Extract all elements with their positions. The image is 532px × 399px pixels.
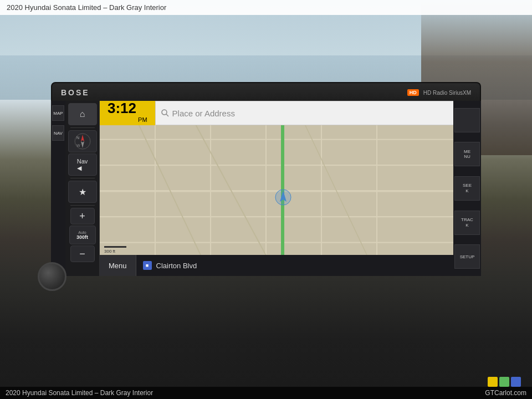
menu-right-button[interactable]: MENU (454, 142, 480, 166)
right-panel: MENU SEEK TRACK SETUP (453, 101, 481, 276)
bose-right-label: HD Radio SiriusXM (423, 90, 471, 96)
bose-logo: BOSE (61, 88, 90, 97)
page-title-bar: 2020 Hyundai Sonata Limited – Dark Gray … (0, 0, 532, 15)
nav-divider-2 (70, 178, 95, 178)
compass-button[interactable]: N W (68, 130, 97, 152)
nav-divider-1 (70, 127, 95, 128)
color-square-yellow (488, 377, 498, 387)
bose-bar: BOSE HD HD Radio SiriusXM (51, 82, 481, 102)
right-btn-1[interactable] (454, 108, 480, 132)
search-placeholder: Place or Address (172, 109, 235, 118)
svg-text:W: W (76, 144, 80, 147)
home-icon: ⌂ (80, 109, 85, 119)
search-icon (161, 109, 169, 117)
compass-icon: N W (74, 132, 91, 150)
home-nav-button[interactable]: ⌂ (68, 103, 97, 125)
star-icon: ★ (79, 187, 86, 197)
bottom-caption-bar: 2020 Hyundai Sonata Limited – Dark Gray … (0, 387, 532, 399)
nav-sound-icon: Nav◀ (77, 158, 88, 172)
street-icon: ■ (143, 261, 152, 270)
hd-badge: HD (407, 89, 419, 96)
street-name: Clairton Blvd (156, 262, 197, 270)
svg-line-21 (166, 114, 168, 116)
time-main: 3:12 (108, 101, 136, 115)
nav-sound-button[interactable]: Nav◀ (68, 154, 97, 176)
menu-button[interactable]: Menu (100, 255, 136, 276)
street-info: ■ Clairton Blvd (136, 261, 204, 270)
color-square-blue (511, 377, 521, 387)
scale-badge: Auto 300ft (69, 226, 96, 244)
zoom-out-button[interactable]: − (70, 245, 95, 262)
scale-auto-label: Auto (78, 231, 86, 234)
page-title: 2020 Hyundai Sonata Limited – Dark Gray … (7, 3, 166, 12)
scale-value: 300ft (76, 234, 88, 240)
color-squares (488, 377, 521, 387)
nav-divider-3 (70, 205, 95, 206)
left-outer-panel: MAP NAV (51, 101, 65, 276)
nav-button[interactable]: NAV (52, 125, 64, 141)
volume-knob-area (38, 262, 66, 291)
menu-label: Menu (109, 262, 127, 270)
zoom-in-button[interactable]: + (70, 208, 95, 224)
nav-sidebar: ⌂ N W Nav◀ ★ + Auto (65, 101, 100, 276)
bottom-caption-text: 2020 Hyundai Sonata Limited – Dark Gray … (6, 389, 153, 397)
seek-button[interactable]: SEEK (454, 176, 480, 201)
setup-button[interactable]: SETUP (454, 244, 480, 269)
volume-knob[interactable] (38, 262, 66, 291)
track-button[interactable]: TRACK (454, 211, 480, 235)
svg-point-20 (162, 110, 167, 115)
map-area[interactable]: 3:12 PM Place or Address 300 ft M (100, 101, 467, 276)
map-scale-bar: 300 ft (104, 246, 126, 254)
scale-bar-label: 300 ft (104, 249, 115, 254)
gtcarlot-watermark: GTCarlot.com (485, 389, 526, 397)
infotainment-screen: ⌂ N W Nav◀ ★ + Auto (65, 101, 467, 276)
color-square-green (499, 377, 509, 387)
scale-line (104, 246, 126, 248)
map-top-overlay: 3:12 PM Place or Address (100, 101, 467, 125)
time-display: 3:12 PM (100, 101, 155, 125)
map-bottom-bar: Menu ■ Clairton Blvd (100, 255, 467, 276)
minus-icon: − (79, 248, 85, 260)
gps-arrow (274, 188, 292, 206)
svg-text:N: N (76, 136, 79, 140)
map-button[interactable]: MAP (52, 105, 64, 121)
bose-right: HD HD Radio SiriusXM (407, 89, 471, 96)
time-ampm: PM (138, 116, 147, 125)
plus-icon: + (79, 211, 85, 222)
bookmark-button[interactable]: ★ (68, 181, 97, 203)
search-bar[interactable]: Place or Address (155, 101, 467, 125)
